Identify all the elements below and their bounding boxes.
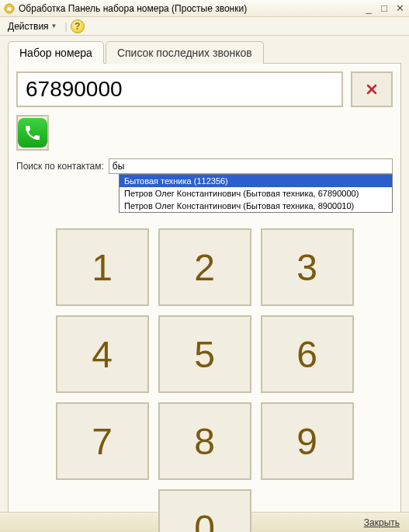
help-button[interactable]: ? (71, 19, 85, 33)
number-input[interactable] (16, 71, 343, 107)
help-icon: ? (75, 21, 80, 32)
key-8[interactable]: 8 (158, 402, 251, 480)
titlebar: Обработка Панель набора номера (Простые … (0, 0, 409, 17)
key-5[interactable]: 5 (158, 315, 251, 393)
keypad: 1 2 3 4 5 6 7 8 9 0 (16, 228, 393, 532)
key-9[interactable]: 9 (261, 402, 354, 480)
search-input[interactable] (109, 158, 393, 174)
search-label: Поиск по контактам: (16, 161, 104, 172)
clear-button[interactable] (351, 71, 393, 107)
key-2[interactable]: 2 (158, 228, 251, 306)
app-icon (3, 2, 16, 15)
phone-icon (18, 118, 47, 148)
call-button[interactable] (16, 115, 49, 151)
dropdown-item[interactable]: Бытовая техника (112356) (120, 175, 392, 187)
window-controls: _ □ ✕ (362, 3, 406, 14)
search-dropdown: Бытовая техника (112356) Петров Олег Кон… (119, 174, 393, 213)
tabs: Набор номера Список последних звонков (8, 40, 401, 64)
dial-row (16, 71, 393, 107)
tab-recent[interactable]: Список последних звонков (106, 41, 264, 64)
clear-icon (366, 83, 378, 96)
search-row: Поиск по контактам: Бытовая техника (112… (16, 158, 393, 174)
window-title: Обработка Панель набора номера (Простые … (19, 3, 362, 14)
tab-dial[interactable]: Набор номера (8, 41, 104, 64)
content-area: Набор номера Список последних звонков По… (0, 36, 409, 532)
maximize-button[interactable]: □ (378, 3, 390, 14)
key-7[interactable]: 7 (56, 402, 149, 480)
actions-label: Действия (8, 21, 49, 32)
key-6[interactable]: 6 (261, 315, 354, 393)
dropdown-item[interactable]: Петров Олег Константинович (Бытовая техн… (120, 200, 392, 212)
close-button[interactable]: ✕ (393, 3, 406, 14)
key-1[interactable]: 1 (56, 228, 149, 306)
menubar: Действия ▼ | ? (0, 17, 409, 36)
svg-rect-1 (7, 7, 12, 11)
key-4[interactable]: 4 (56, 315, 149, 393)
key-3[interactable]: 3 (261, 228, 354, 306)
dial-panel: Поиск по контактам: Бытовая техника (112… (8, 64, 401, 532)
minimize-button[interactable]: _ (362, 3, 375, 14)
menu-separator: | (65, 21, 68, 32)
chevron-down-icon: ▼ (51, 23, 57, 30)
dropdown-item[interactable]: Петров Олег Константинович (Бытовая техн… (120, 187, 392, 200)
key-0[interactable]: 0 (158, 489, 251, 532)
actions-menu[interactable]: Действия ▼ (3, 19, 62, 33)
